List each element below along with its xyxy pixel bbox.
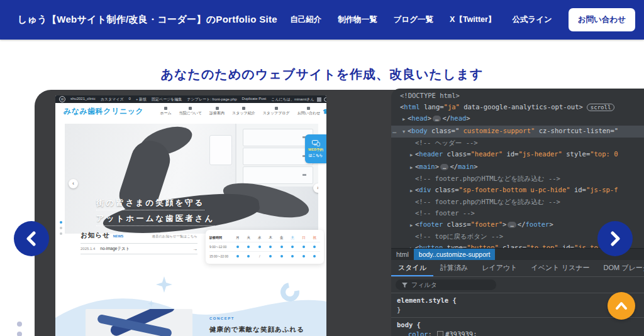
code-segment: "header" — [471, 150, 503, 158]
scroll-to-top-button[interactable] — [608, 292, 635, 320]
devtools-styles-pane: element.style { } body { color:#393939; — [391, 293, 644, 336]
contact-button[interactable]: お問い合わせ — [569, 8, 635, 31]
open-dot-icon — [280, 255, 283, 257]
filter-funnel-icon — [402, 283, 408, 288]
clinic-nav-icon — [275, 107, 278, 110]
code-segment: header — [419, 150, 443, 158]
clinic-nav-item: 診療案内 — [209, 107, 225, 116]
news-title: お知らせ — [80, 231, 110, 240]
page-dot[interactable] — [17, 322, 22, 327]
clinic-nav-icon — [216, 107, 219, 110]
clinic-nav-icon — [307, 107, 310, 110]
drawer-decor — [243, 166, 313, 184]
monitor-icon — [312, 140, 320, 146]
code-segment: <!-- footer.phpのHTMLなどを読み込む --> — [415, 175, 560, 182]
open-dot-icon — [247, 255, 250, 257]
clinic-hours-card: 診療時間月火水木金土日祝9:00〜12:0015:00〜22:00/ — [206, 230, 324, 264]
code-segment: <!-- topに戻るボタン --> — [415, 232, 503, 240]
code-segment: footer — [419, 220, 443, 228]
carousel-next-button[interactable] — [597, 221, 633, 256]
schedule-mark — [276, 254, 287, 258]
code-segment: > — [579, 103, 583, 111]
open-dot-icon — [258, 246, 261, 248]
wp-admin-right: こんにちは、minamiさん — [271, 97, 326, 102]
clinic-nav-icon — [164, 107, 167, 110]
css-colon: : — [428, 330, 432, 336]
schedule-mark — [276, 245, 287, 249]
clinic-nav-item: お問い合わせ — [297, 107, 321, 116]
schedule-mark — [232, 245, 243, 249]
code-segment: "top: 0 — [590, 150, 618, 158]
nav-link[interactable]: 自己紹介 — [290, 14, 321, 25]
schedule-mark — [254, 245, 265, 249]
css-property-name: color — [408, 330, 428, 336]
clinic-phone: ☎ 03-1234-5678 — [323, 107, 326, 116]
open-dot-icon — [291, 246, 294, 248]
schedule-time: 9:00〜12:00 — [209, 245, 232, 249]
code-segment: </ — [450, 163, 458, 170]
news-label: NEWS — [113, 234, 124, 238]
code-segment: "footer" — [471, 220, 503, 228]
code-segment: > — [549, 220, 553, 228]
element-style-close: } — [397, 306, 401, 313]
clinic-nav-item: 当院について — [179, 107, 203, 116]
devtools-tab: スタイル — [391, 259, 433, 276]
wordpress-icon: W — [59, 96, 65, 102]
carousel-prev-button[interactable] — [14, 221, 49, 256]
open-dot-icon — [269, 246, 272, 248]
code-segment: customize-support" — [459, 127, 535, 134]
closed-slash-icon: / — [259, 254, 260, 258]
drawer-decor — [243, 129, 313, 146]
wp-admin-item: カスタマイズ — [101, 97, 124, 102]
hero-prev-icon: ‹ — [69, 179, 78, 188]
code-segment: id= — [570, 186, 586, 193]
arrow-right-icon: → — [192, 246, 197, 252]
code-segment: <!DOCTYPE html> — [400, 92, 460, 99]
site-header: しゅう【Webサイト制作/改良・コーダー】のPortfolio Site 自己紹… — [0, 0, 644, 40]
clinic-screenshot: W shu2021_clinicカスタマイズ0+ 新規固定ページを編集テンプレー… — [55, 95, 326, 336]
devtools-tree-line: <!-- footer.phpのHTMLなどを読み込む --> — [391, 197, 644, 208]
portfolio-page: しゅう【Webサイト制作/改良・コーダー】のPortfolio Site 自己紹… — [0, 0, 644, 336]
clinic-nav-item: スタッフ紹介 — [232, 107, 255, 116]
clinic-nav: ホーム当院について診療案内スタッフ紹介スタッフブログお問い合わせ — [160, 107, 320, 116]
main-nav: 自己紹介制作物一覧ブログ一覧X【Twitter】公式ライン — [290, 14, 552, 25]
open-dot-icon — [313, 246, 316, 248]
news-item-title: no-imageテスト — [100, 246, 130, 252]
web-badge-text-1: WEB予約 — [308, 148, 323, 152]
code-segment: head — [411, 114, 427, 122]
code-segment: > — [474, 163, 477, 170]
code-segment: footer — [526, 220, 550, 228]
code-segment: class= — [431, 186, 458, 193]
nav-link[interactable]: X【Twitter】 — [450, 14, 496, 25]
schedule-header-cell: 水 — [254, 236, 265, 240]
nav-link[interactable]: 公式ライン — [512, 14, 552, 25]
news-more-link: 過去のお知らせ一覧はこちら — [152, 234, 197, 239]
code-segment: main — [458, 163, 474, 170]
devtools-tree-line: <!-- ヘッダー --> — [391, 138, 644, 149]
nav-link[interactable]: 制作物一覧 — [338, 14, 377, 25]
open-dot-icon — [291, 255, 294, 257]
clinic-logo: みなみ歯科クリニック — [64, 106, 143, 117]
avatar — [317, 97, 321, 102]
schedule-mark — [265, 254, 277, 258]
clinic-nav-label: 当院について — [179, 111, 203, 116]
chevron-right-icon — [609, 231, 621, 246]
devtools-filter-bar: フィルタ — [391, 277, 644, 293]
code-segment: <!-- ヘッダー --> — [415, 139, 478, 146]
code-segment: class=" — [428, 127, 460, 134]
devtools-tree-line: ▶<header class="header" id="js-header" s… — [391, 149, 644, 161]
schedule-mark — [232, 254, 243, 258]
code-segment: lang= — [420, 103, 444, 111]
schedule-mark — [243, 245, 255, 249]
code-segment: <!-- footer.phpのHTMLなどを読み込む --> — [415, 198, 560, 205]
schedule-header-cell: 木 — [265, 236, 277, 240]
schedule-header-cell: 土 — [287, 236, 299, 240]
site-title: しゅう【Webサイト制作/改良・コーダー】のPortfolio Site — [18, 14, 277, 26]
expand-arrow-icon: ▶ — [408, 220, 415, 232]
nav-link[interactable]: ブログ一覧 — [394, 14, 433, 25]
open-dot-icon — [247, 246, 250, 248]
clinic-nav-icon — [189, 107, 192, 110]
open-dot-icon — [236, 255, 239, 257]
clinic-nav-label: スタッフ紹介 — [232, 111, 255, 116]
page-dot[interactable] — [17, 332, 22, 336]
